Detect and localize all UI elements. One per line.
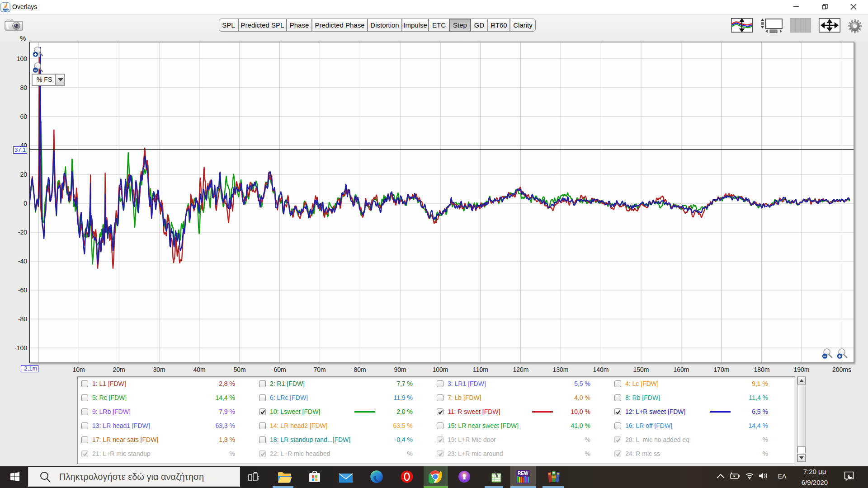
svg-text:v5.1: v5.1: [526, 474, 530, 476]
